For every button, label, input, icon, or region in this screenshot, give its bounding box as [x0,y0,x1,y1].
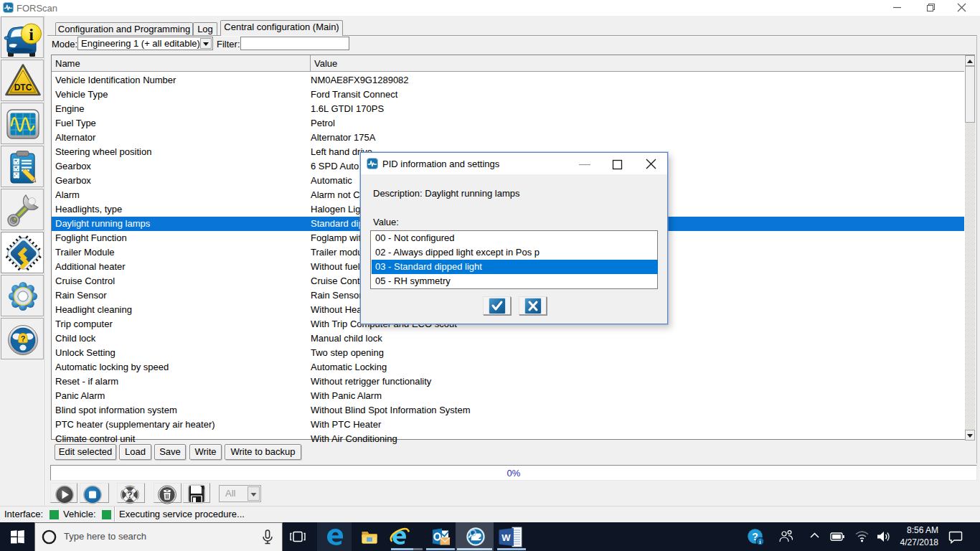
svg-text:?: ? [127,490,132,500]
svg-text:W: W [501,532,511,543]
svg-text:i: i [29,25,34,44]
svg-text:DTC: DTC [14,83,32,93]
svg-text:?: ? [21,334,26,343]
